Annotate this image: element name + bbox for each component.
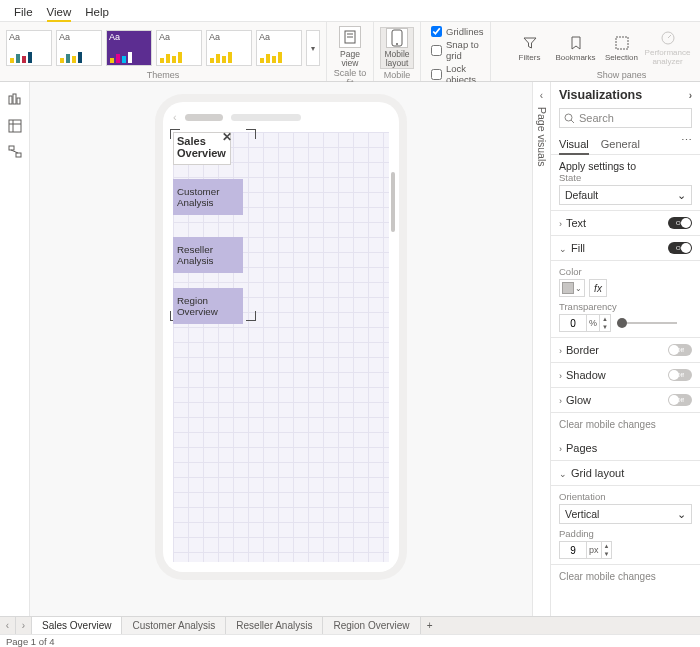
fill-toggle[interactable]: On — [668, 242, 692, 254]
section-pages[interactable]: ›Pages — [551, 436, 700, 461]
page-tabs: ‹ › Sales Overview Customer Analysis Res… — [0, 616, 700, 634]
remove-visual-icon[interactable]: ✕ — [222, 131, 232, 143]
theme-option-3[interactable]: Aa — [106, 30, 152, 66]
add-page-button[interactable]: + — [421, 617, 439, 634]
themes-group-label: Themes — [147, 70, 180, 80]
state-dropdown[interactable]: Default⌄ — [559, 185, 692, 205]
show-panes-group-label: Show panes — [597, 70, 647, 80]
page-next-button[interactable]: › — [16, 617, 32, 634]
border-toggle[interactable]: Off — [668, 344, 692, 356]
section-glow[interactable]: ›Glow Off — [551, 388, 700, 413]
mobile-layout-button[interactable]: Mobile layout — [380, 27, 414, 69]
svg-rect-14 — [9, 146, 14, 150]
page-tab-1[interactable]: Sales Overview — [32, 617, 122, 634]
chevron-down-icon: ⌄ — [677, 508, 686, 520]
padding-spinner[interactable]: ▲▼ — [602, 541, 613, 559]
theme-option-4[interactable]: Aa — [156, 30, 202, 66]
visual-button-3[interactable]: Region Overview — [173, 288, 243, 324]
orientation-label: Orientation — [559, 491, 692, 502]
menu-file[interactable]: File — [14, 4, 33, 21]
report-view-button[interactable] — [5, 90, 25, 110]
filters-pane-button[interactable]: Filters — [509, 35, 551, 62]
bookmarks-pane-button[interactable]: Bookmarks — [555, 35, 597, 62]
search-icon — [564, 113, 575, 124]
visual-button-1[interactable]: Customer Analysis — [173, 179, 243, 215]
transparency-label: Transparency — [559, 301, 692, 312]
transparency-spinner[interactable]: ▲▼ — [600, 314, 611, 332]
gridlines-checkbox[interactable]: Gridlines — [431, 26, 484, 37]
mobile-group-label: Mobile — [384, 70, 411, 80]
page-icon — [343, 30, 357, 44]
theme-gallery[interactable]: Aa Aa Aa Aa Aa Aa — [6, 30, 320, 66]
svg-rect-15 — [16, 153, 21, 157]
app-menu: File View Help — [0, 0, 700, 22]
title-card-text: Sales Overview — [177, 135, 226, 159]
section-grid-layout-header[interactable]: ⌄Grid layout — [551, 461, 700, 486]
resize-handle-tr[interactable] — [246, 129, 256, 139]
svg-rect-5 — [616, 37, 628, 49]
phone-grid[interactable]: ✕ Sales Overview Customer Analysis Resel… — [173, 132, 389, 562]
model-view-button[interactable] — [5, 142, 25, 162]
snap-to-grid-checkbox[interactable]: Snap to grid — [431, 39, 484, 61]
section-border[interactable]: ›Border Off — [551, 338, 700, 363]
subtab-general[interactable]: General — [601, 134, 640, 154]
menu-help[interactable]: Help — [85, 4, 109, 21]
menu-view[interactable]: View — [47, 4, 72, 21]
text-toggle[interactable]: On — [668, 217, 692, 229]
page-tab-3[interactable]: Reseller Analysis — [226, 617, 323, 634]
resize-handle-br[interactable] — [246, 311, 256, 321]
page-visuals-collapsed[interactable]: ‹ Page visuals — [532, 82, 550, 616]
perf-analyzer-button[interactable]: Performance analyzer — [647, 30, 689, 66]
left-view-rail — [0, 82, 30, 616]
chevron-down-icon: ⌄ — [677, 189, 686, 201]
theme-dropdown[interactable] — [306, 30, 320, 66]
svg-rect-9 — [13, 94, 16, 104]
subtab-more-icon[interactable]: ⋯ — [681, 134, 692, 154]
svg-rect-10 — [17, 98, 20, 104]
visual-title-card[interactable]: ✕ Sales Overview — [173, 132, 231, 165]
data-view-button[interactable] — [5, 116, 25, 136]
shadow-toggle[interactable]: Off — [668, 369, 692, 381]
transparency-slider[interactable] — [617, 322, 677, 324]
page-tab-4[interactable]: Region Overview — [323, 617, 420, 634]
clear-mobile-changes-2[interactable]: Clear mobile changes — [551, 565, 700, 588]
svg-line-7 — [668, 35, 671, 38]
clear-mobile-changes-1[interactable]: Clear mobile changes — [551, 413, 700, 436]
section-shadow[interactable]: ›Shadow Off — [551, 363, 700, 388]
model-icon — [8, 145, 22, 159]
visual-button-2[interactable]: Reseller Analysis — [173, 237, 243, 273]
mobile-canvas[interactable]: ‹ ✕ Sales Overview Customer Analysis Res — [30, 82, 532, 616]
theme-option-5[interactable]: Aa — [206, 30, 252, 66]
svg-rect-11 — [9, 120, 21, 132]
svg-point-17 — [565, 114, 572, 121]
ribbon: Aa Aa Aa Aa Aa Aa Themes Page view Scale… — [0, 22, 700, 82]
search-input[interactable]: Search — [559, 108, 692, 128]
phone-scrollbar[interactable] — [391, 172, 395, 232]
orientation-dropdown[interactable]: Vertical⌄ — [559, 504, 692, 524]
fill-color-picker[interactable]: ⌄ — [559, 279, 585, 297]
theme-option-2[interactable]: Aa — [56, 30, 102, 66]
page-tab-2[interactable]: Customer Analysis — [122, 617, 226, 634]
selection-group[interactable]: ✕ Sales Overview Customer Analysis Resel… — [173, 132, 253, 318]
page-prev-button[interactable]: ‹ — [0, 617, 16, 634]
section-text[interactable]: ›Text On — [551, 211, 700, 236]
state-label: State — [559, 172, 692, 183]
section-fill-header[interactable]: ⌄Fill On — [551, 236, 700, 261]
theme-option-6[interactable]: Aa — [256, 30, 302, 66]
glow-toggle[interactable]: Off — [668, 394, 692, 406]
color-label: Color — [559, 266, 692, 277]
fill-fx-button[interactable]: fx — [589, 279, 607, 297]
theme-option-1[interactable]: Aa — [6, 30, 52, 66]
subtab-visual[interactable]: Visual — [559, 134, 589, 154]
apply-settings-heading: Apply settings to — [559, 160, 692, 172]
report-icon — [8, 93, 22, 107]
pane-expand-icon[interactable]: › — [689, 90, 692, 101]
svg-rect-8 — [9, 96, 12, 104]
transparency-input[interactable] — [559, 314, 587, 332]
filter-icon — [522, 35, 538, 51]
sync-slicers-button[interactable]: Sync slicers — [693, 30, 701, 66]
padding-input[interactable] — [559, 541, 587, 559]
phone-title-placeholder — [185, 114, 223, 121]
selection-pane-button[interactable]: Selection — [601, 35, 643, 62]
page-view-button[interactable]: Page view — [333, 26, 367, 68]
